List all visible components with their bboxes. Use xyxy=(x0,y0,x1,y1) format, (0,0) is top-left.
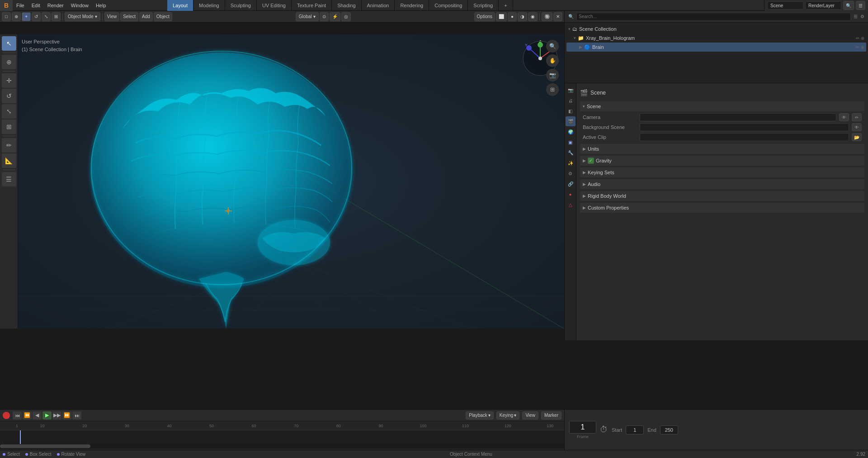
transform-tool[interactable]: ⊞ xyxy=(52,12,61,21)
record-btn[interactable] xyxy=(3,412,10,419)
active-clip-value[interactable] xyxy=(640,133,849,141)
bg-scene-value[interactable] xyxy=(640,123,849,131)
keying-dropdown[interactable]: Keying ▾ xyxy=(496,411,520,420)
timeline-track[interactable] xyxy=(0,430,564,444)
scene-selector[interactable]: Scene xyxy=(767,1,803,10)
menu-file[interactable]: File xyxy=(13,0,28,10)
filter-btn[interactable]: ☰ xyxy=(856,1,865,10)
physics-props-btn[interactable]: ⚙ xyxy=(566,168,576,178)
camera-view-btn[interactable]: 📷 xyxy=(546,69,559,81)
select-tool-box[interactable]: □ xyxy=(2,12,11,21)
tab-add-workspace[interactable]: + xyxy=(499,0,513,11)
xray-btn[interactable]: ✕ xyxy=(553,12,562,21)
jump-end-btn[interactable]: ⏭ xyxy=(72,411,81,420)
bg-scene-picker-btn[interactable]: 👁 xyxy=(852,123,862,131)
audio-section-header[interactable]: ▶ Audio xyxy=(580,179,864,189)
custom-props-header[interactable]: ▶ Custom Properties xyxy=(580,203,864,213)
next-frame-btn[interactable]: ▶▶ xyxy=(52,411,61,420)
timeline-cursor[interactable] xyxy=(20,430,21,444)
marker-dropdown[interactable]: Marker xyxy=(541,411,561,420)
tab-layout[interactable]: Layout xyxy=(167,0,193,11)
search-btn[interactable]: 🔍 xyxy=(843,1,854,10)
camera-value[interactable] xyxy=(640,113,836,121)
rotate-btn[interactable]: ↺ xyxy=(2,89,16,103)
menu-render[interactable]: Render xyxy=(44,0,67,10)
pivot-center-btn[interactable]: ⊙ xyxy=(320,12,329,21)
solid-btn[interactable]: ● xyxy=(508,12,517,21)
gravity-checkbox[interactable]: ✓ xyxy=(588,157,594,164)
object-mode-dropdown[interactable]: Object Mode ▾ xyxy=(65,12,100,21)
tab-scripting[interactable]: Scripting xyxy=(468,0,499,11)
output-props-btn[interactable]: 🖨 xyxy=(566,95,576,105)
tab-texture-paint[interactable]: Texture Paint xyxy=(292,0,332,11)
prev-keyframe-btn[interactable]: ⏪ xyxy=(23,411,32,420)
tab-uv-editing[interactable]: UV Editing xyxy=(257,0,292,11)
outliner-brain-hologram[interactable]: ▾ 📁 Xray_Brain_Hologram ✏ ⊕ xyxy=(566,33,866,43)
snap-btn[interactable]: ⚡ xyxy=(330,12,340,21)
tab-animation[interactable]: Animation xyxy=(362,0,395,11)
overlay-btn[interactable]: 🔘 xyxy=(542,12,552,21)
scene-props-btn[interactable]: 🎬 xyxy=(566,116,576,126)
menu-window[interactable]: Window xyxy=(67,0,92,10)
next-keyframe-btn[interactable]: ⏩ xyxy=(62,411,71,420)
menu-edit[interactable]: Edit xyxy=(28,0,44,10)
gravity-section-header[interactable]: ▶ ✓ Gravity xyxy=(580,156,864,166)
timeline-scroll-thumb[interactable] xyxy=(0,444,90,448)
move-tool[interactable]: ✦ xyxy=(22,12,31,21)
add-menu-btn[interactable]: Add xyxy=(139,12,153,21)
view-dropdown[interactable]: View xyxy=(522,411,538,420)
play-btn[interactable]: ▶ xyxy=(42,411,52,420)
object-props-btn[interactable]: ▣ xyxy=(566,137,576,147)
transform-btn[interactable]: ⊞ xyxy=(2,119,16,134)
prev-frame-btn[interactable]: ◀ xyxy=(33,411,42,420)
keying-sets-header[interactable]: ▶ Keying Sets xyxy=(580,167,864,177)
scene-section-header[interactable]: ▾ Scene xyxy=(580,101,864,111)
render-layer-selector[interactable]: RenderLayer xyxy=(805,1,841,10)
tab-rendering[interactable]: Rendering xyxy=(395,0,429,11)
cursor-tool[interactable]: ⊕ xyxy=(12,12,21,21)
cursor-place-btn[interactable]: ⊕ xyxy=(2,55,16,69)
options-btn[interactable]: Options xyxy=(474,12,495,21)
render-props-btn[interactable]: 📷 xyxy=(566,85,576,95)
outliner-search-input[interactable] xyxy=(576,13,851,21)
active-clip-picker-btn[interactable]: 📂 xyxy=(852,133,862,141)
material-props-btn[interactable]: ● xyxy=(566,189,576,199)
pan-btn[interactable]: ✋ xyxy=(546,54,559,67)
zoom-to-fit-btn[interactable]: 🔍 xyxy=(546,40,559,52)
scale-tool[interactable]: ⤡ xyxy=(42,12,51,21)
proportional-edit-btn[interactable]: ◎ xyxy=(341,12,351,21)
object-menu-btn[interactable]: Object xyxy=(154,12,172,21)
wireframe-btn[interactable]: ⬜ xyxy=(496,12,507,21)
end-frame-field[interactable]: 250 xyxy=(660,425,678,434)
select-menu-btn[interactable]: Select xyxy=(120,12,138,21)
camera-picker-btn[interactable]: 👁 xyxy=(839,113,849,121)
select-tool-btn[interactable]: ↖ xyxy=(2,36,16,51)
start-frame-field[interactable]: 1 xyxy=(626,425,644,434)
playback-dropdown[interactable]: Playback ▾ xyxy=(466,411,494,420)
timeline-scrollbar[interactable] xyxy=(0,444,564,448)
material-btn[interactable]: ◑ xyxy=(518,12,527,21)
data-props-btn[interactable]: △ xyxy=(566,200,576,210)
tab-compositing[interactable]: Compositing xyxy=(429,0,468,11)
annotate-btn[interactable]: ✏ xyxy=(2,138,16,153)
modifier-props-btn[interactable]: 🔧 xyxy=(566,148,576,157)
units-section-header[interactable]: ▶ Units xyxy=(580,144,864,154)
rendered-btn[interactable]: ◉ xyxy=(528,12,538,21)
rigid-body-section-header[interactable]: ▶ Rigid Body World xyxy=(580,191,864,201)
tab-sculpting[interactable]: Sculpting xyxy=(225,0,257,11)
world-props-btn[interactable]: 🌍 xyxy=(566,127,576,137)
camera-edit-btn[interactable]: ✏ xyxy=(852,113,862,121)
menu-help[interactable]: Help xyxy=(92,0,110,10)
particles-props-btn[interactable]: ✨ xyxy=(566,158,576,168)
outliner-scene-collection[interactable]: ▾ 🗂 Scene Collection xyxy=(566,24,866,33)
tab-modeling[interactable]: Modeling xyxy=(193,0,225,11)
view-menu-btn[interactable]: View xyxy=(104,12,120,21)
tab-shading[interactable]: Shading xyxy=(332,0,361,11)
constraints-props-btn[interactable]: 🔗 xyxy=(566,179,576,189)
jump-start-btn[interactable]: ⏮ xyxy=(13,411,22,420)
scale-btn[interactable]: ⤡ xyxy=(2,104,16,119)
move-btn[interactable]: ✛ xyxy=(2,73,16,88)
transform-space-dropdown[interactable]: Global ▾ xyxy=(296,12,319,21)
outliner-brain-item[interactable]: ▶ 🔵 Brain ✏ ⊕ xyxy=(566,43,866,52)
add-object-btn[interactable]: ☰ xyxy=(2,172,16,186)
